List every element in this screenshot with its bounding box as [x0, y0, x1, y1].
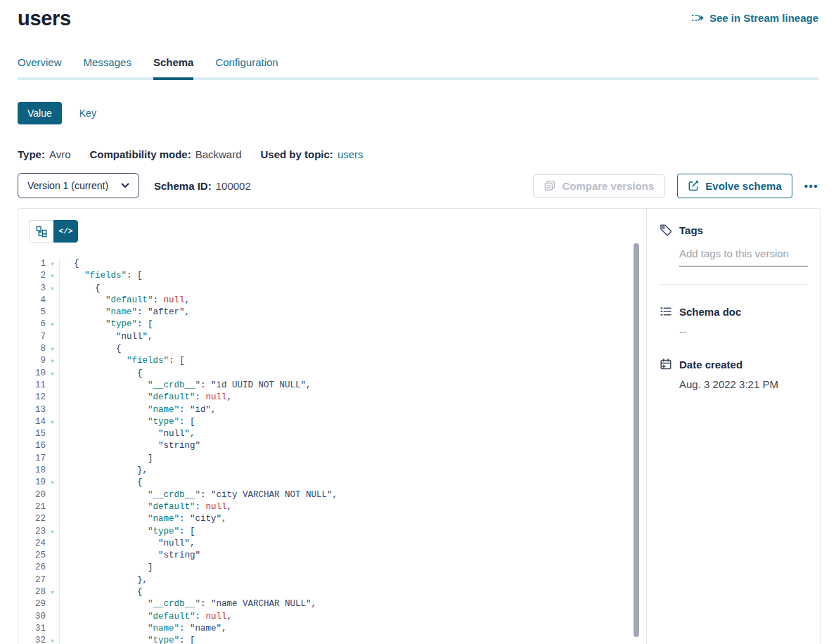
code-text: "type": [: [60, 318, 153, 330]
code-text: "name": "id",: [60, 404, 217, 416]
fold-toggle-icon[interactable]: ▼: [46, 283, 59, 295]
meta-value: Avro: [49, 148, 71, 160]
tab-messages[interactable]: Messages: [84, 56, 131, 77]
line-number: 5: [29, 307, 46, 318]
date-created-value: Aug. 3 2022 3:21 PM: [679, 378, 807, 390]
code-text: "null",: [60, 331, 153, 343]
code-line: 19▼ {: [29, 477, 646, 489]
code-line: 10▼ {: [29, 368, 646, 380]
schema-page: users See in Stream lineage OverviewMess…: [0, 0, 836, 644]
schema-sidebar: Tags Schema doc --: [646, 209, 820, 644]
date-created-title: Date created: [679, 359, 742, 371]
code-text: {: [60, 586, 143, 598]
code-text: "fields": [: [60, 270, 143, 282]
code-text: },: [60, 465, 148, 477]
meta-value-link[interactable]: users: [337, 148, 364, 160]
tabs: OverviewMessagesSchemaConfiguration: [18, 56, 818, 77]
code-line: 25 "string": [29, 550, 646, 562]
line-number: 32: [29, 635, 46, 644]
key-tab-button[interactable]: Key: [79, 108, 96, 119]
code-line: 16 "string": [29, 440, 646, 452]
tab-schema[interactable]: Schema: [153, 56, 194, 77]
code-brackets-icon: </>: [59, 227, 73, 236]
code-line: 7 "null",: [29, 331, 646, 343]
fold-spacer: [46, 598, 59, 610]
tags-input[interactable]: [679, 245, 808, 266]
line-number: 6: [29, 318, 46, 330]
line-number: 27: [29, 574, 46, 586]
schema-panel: </> 1▼{2▼ "fields": [3▼ {4 "default": nu…: [18, 208, 821, 644]
code-text: "type": [: [60, 526, 195, 538]
compare-versions-button[interactable]: Compare versions: [533, 174, 665, 198]
code-line: 22 "name": "city",: [29, 513, 646, 525]
code-text: "type": [: [60, 635, 195, 644]
fold-toggle-icon[interactable]: ▼: [46, 318, 59, 330]
compare-versions-label: Compare versions: [562, 180, 654, 192]
fold-spacer: [46, 440, 59, 452]
vertical-scrollbar[interactable]: [634, 243, 639, 637]
fold-toggle-icon[interactable]: ▼: [46, 635, 59, 644]
line-number: 3: [29, 283, 46, 295]
line-number: 4: [29, 295, 46, 307]
code-line: 17 ]: [29, 453, 646, 465]
version-select[interactable]: Version 1 (current): [18, 173, 139, 198]
tab-overview[interactable]: Overview: [18, 56, 62, 77]
code-text: "type": [: [60, 416, 195, 428]
tab-configuration[interactable]: Configuration: [215, 56, 278, 77]
code-text: "default": null,: [60, 295, 190, 307]
code-text: "null",: [60, 428, 195, 440]
line-number: 9: [29, 355, 46, 367]
code-line: 6▼ "type": [: [29, 318, 646, 330]
fold-toggle-icon[interactable]: ▼: [46, 586, 59, 598]
fold-toggle-icon[interactable]: ▼: [46, 368, 59, 380]
version-select-value: Version 1 (current): [27, 180, 108, 191]
fold-toggle-icon[interactable]: ▼: [46, 526, 59, 538]
fold-spacer: [46, 307, 59, 318]
value-key-toggle: Value Key: [18, 102, 818, 124]
fold-spacer: [46, 380, 59, 392]
fold-toggle-icon[interactable]: ▼: [46, 477, 59, 489]
code-text: "name": "after",: [60, 307, 190, 318]
line-number: 23: [29, 526, 46, 538]
evolve-schema-button[interactable]: Evolve schema: [677, 174, 792, 198]
fold-toggle-icon[interactable]: ▼: [46, 343, 59, 355]
evolve-schema-label: Evolve schema: [705, 180, 781, 192]
fold-spacer: [46, 562, 59, 574]
see-in-stream-lineage-link[interactable]: See in Stream lineage: [691, 12, 818, 24]
copy-versions-icon: [544, 180, 555, 191]
schema-id: Schema ID: 100002: [154, 180, 251, 192]
line-number: 31: [29, 623, 46, 635]
line-number: 24: [29, 538, 46, 550]
fold-spacer: [46, 623, 59, 635]
code-text: },: [60, 574, 148, 586]
code-text: {: [60, 283, 101, 295]
fold-spacer: [46, 428, 59, 440]
code-line: 30 "default": null,: [29, 611, 646, 623]
chevron-down-icon: [121, 183, 129, 188]
code-text: "fields": [: [60, 355, 185, 367]
line-number: 12: [29, 392, 46, 404]
code-line: 13 "name": "id",: [29, 404, 646, 416]
fold-spacer: [46, 453, 59, 465]
fold-toggle-icon[interactable]: ▼: [46, 270, 59, 282]
more-actions-button[interactable]: •••: [804, 177, 818, 195]
line-number: 20: [29, 489, 46, 501]
code-text: "__crdb__": "city VARCHAR NOT NULL",: [60, 489, 337, 501]
line-number: 19: [29, 477, 46, 489]
fold-toggle-icon[interactable]: ▼: [46, 258, 59, 270]
code-line: 11 "__crdb__": "id UUID NOT NULL",: [29, 380, 646, 392]
tree-view-button[interactable]: [29, 220, 53, 243]
fold-spacer: [46, 404, 59, 416]
code-line: 20 "__crdb__": "city VARCHAR NOT NULL",: [29, 489, 646, 501]
line-number: 21: [29, 501, 46, 513]
line-number: 18: [29, 465, 46, 477]
value-tab-button[interactable]: Value: [18, 102, 62, 124]
code-view-button[interactable]: </>: [53, 220, 78, 243]
code-line: 31 "name": "name",: [29, 623, 646, 635]
fold-toggle-icon[interactable]: ▼: [46, 355, 59, 367]
schema-id-label: Schema ID:: [154, 180, 212, 192]
lineage-link-label: See in Stream lineage: [709, 12, 818, 24]
calendar-plus-icon: [660, 358, 672, 371]
code-line: 3▼ {: [29, 283, 646, 295]
fold-toggle-icon[interactable]: ▼: [46, 416, 59, 428]
